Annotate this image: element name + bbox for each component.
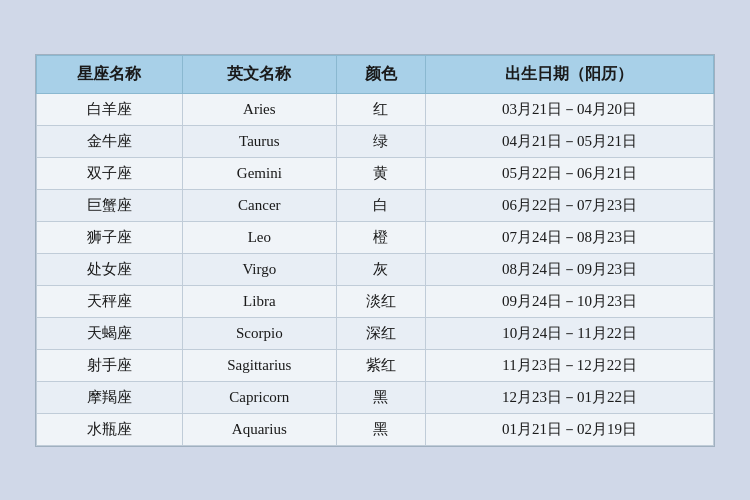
table-row: 处女座Virgo灰08月24日－09月23日: [37, 253, 714, 285]
col-header-chinese: 星座名称: [37, 55, 183, 93]
cell-chinese: 狮子座: [37, 221, 183, 253]
table-row: 金牛座Taurus绿04月21日－05月21日: [37, 125, 714, 157]
cell-english: Aquarius: [182, 413, 336, 445]
cell-dates: 10月24日－11月22日: [425, 317, 713, 349]
cell-color: 紫红: [336, 349, 425, 381]
cell-english: Leo: [182, 221, 336, 253]
cell-english: Gemini: [182, 157, 336, 189]
cell-color: 黑: [336, 413, 425, 445]
table-row: 巨蟹座Cancer白06月22日－07月23日: [37, 189, 714, 221]
cell-chinese: 天秤座: [37, 285, 183, 317]
cell-dates: 07月24日－08月23日: [425, 221, 713, 253]
col-header-dates: 出生日期（阳历）: [425, 55, 713, 93]
cell-english: Virgo: [182, 253, 336, 285]
cell-color: 橙: [336, 221, 425, 253]
cell-dates: 12月23日－01月22日: [425, 381, 713, 413]
cell-english: Capricorn: [182, 381, 336, 413]
table-row: 射手座Sagittarius紫红11月23日－12月22日: [37, 349, 714, 381]
cell-color: 绿: [336, 125, 425, 157]
table-row: 天蝎座Scorpio深红10月24日－11月22日: [37, 317, 714, 349]
cell-chinese: 射手座: [37, 349, 183, 381]
cell-color: 黑: [336, 381, 425, 413]
cell-color: 深红: [336, 317, 425, 349]
cell-color: 淡红: [336, 285, 425, 317]
zodiac-table: 星座名称 英文名称 颜色 出生日期（阳历） 白羊座Aries红03月21日－04…: [36, 55, 714, 446]
cell-color: 红: [336, 93, 425, 125]
cell-chinese: 处女座: [37, 253, 183, 285]
cell-chinese: 水瓶座: [37, 413, 183, 445]
table-row: 天秤座Libra淡红09月24日－10月23日: [37, 285, 714, 317]
cell-chinese: 天蝎座: [37, 317, 183, 349]
cell-color: 灰: [336, 253, 425, 285]
cell-chinese: 巨蟹座: [37, 189, 183, 221]
zodiac-table-container: 星座名称 英文名称 颜色 出生日期（阳历） 白羊座Aries红03月21日－04…: [35, 54, 715, 447]
cell-dates: 04月21日－05月21日: [425, 125, 713, 157]
cell-english: Sagittarius: [182, 349, 336, 381]
table-row: 双子座Gemini黄05月22日－06月21日: [37, 157, 714, 189]
cell-chinese: 金牛座: [37, 125, 183, 157]
col-header-color: 颜色: [336, 55, 425, 93]
cell-chinese: 摩羯座: [37, 381, 183, 413]
table-row: 摩羯座Capricorn黑12月23日－01月22日: [37, 381, 714, 413]
cell-dates: 08月24日－09月23日: [425, 253, 713, 285]
cell-dates: 11月23日－12月22日: [425, 349, 713, 381]
cell-dates: 05月22日－06月21日: [425, 157, 713, 189]
cell-dates: 01月21日－02月19日: [425, 413, 713, 445]
table-row: 白羊座Aries红03月21日－04月20日: [37, 93, 714, 125]
cell-english: Aries: [182, 93, 336, 125]
cell-chinese: 白羊座: [37, 93, 183, 125]
table-row: 狮子座Leo橙07月24日－08月23日: [37, 221, 714, 253]
cell-color: 白: [336, 189, 425, 221]
col-header-english: 英文名称: [182, 55, 336, 93]
cell-english: Cancer: [182, 189, 336, 221]
table-header-row: 星座名称 英文名称 颜色 出生日期（阳历）: [37, 55, 714, 93]
cell-chinese: 双子座: [37, 157, 183, 189]
cell-dates: 06月22日－07月23日: [425, 189, 713, 221]
cell-dates: 03月21日－04月20日: [425, 93, 713, 125]
cell-english: Scorpio: [182, 317, 336, 349]
table-row: 水瓶座Aquarius黑01月21日－02月19日: [37, 413, 714, 445]
cell-dates: 09月24日－10月23日: [425, 285, 713, 317]
cell-english: Taurus: [182, 125, 336, 157]
cell-english: Libra: [182, 285, 336, 317]
cell-color: 黄: [336, 157, 425, 189]
